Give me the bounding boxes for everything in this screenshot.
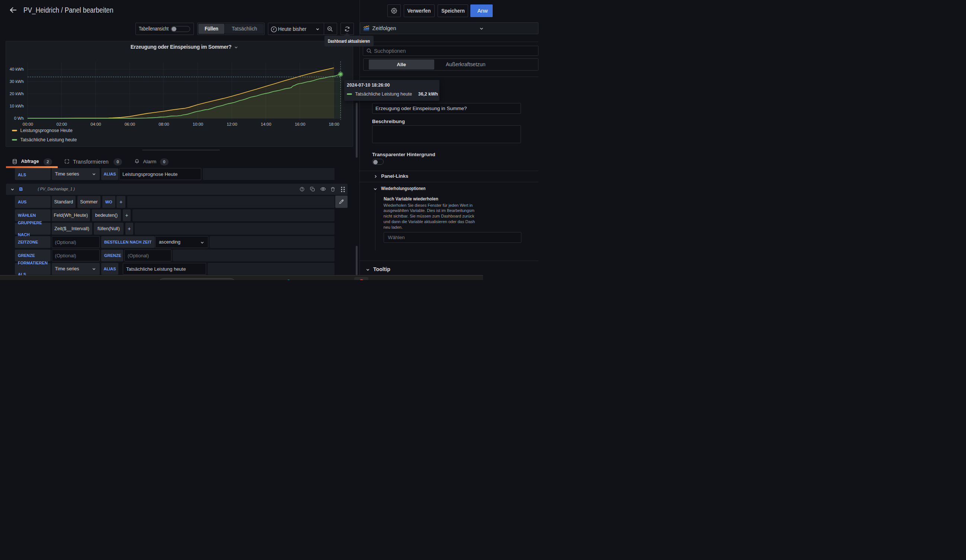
svg-text:00:00: 00:00 [23, 122, 33, 126]
svg-text:20 kWh: 20 kWh [10, 92, 24, 96]
svg-text:06:00: 06:00 [125, 122, 135, 126]
svg-text:18:00: 18:00 [329, 122, 339, 126]
svg-text:04:00: 04:00 [90, 122, 101, 126]
svg-text:14:00: 14:00 [261, 122, 271, 126]
svg-text:02:00: 02:00 [57, 122, 67, 126]
svg-text:16:00: 16:00 [295, 122, 305, 126]
svg-text:10 kWh: 10 kWh [10, 104, 24, 108]
svg-text:30 kWh: 30 kWh [10, 79, 24, 84]
svg-text:10:00: 10:00 [193, 122, 203, 126]
svg-text:08:00: 08:00 [159, 122, 169, 126]
svg-text:12:00: 12:00 [227, 122, 237, 126]
svg-text:0 Wh: 0 Wh [14, 116, 24, 121]
svg-text:40 kWh: 40 kWh [10, 67, 24, 71]
